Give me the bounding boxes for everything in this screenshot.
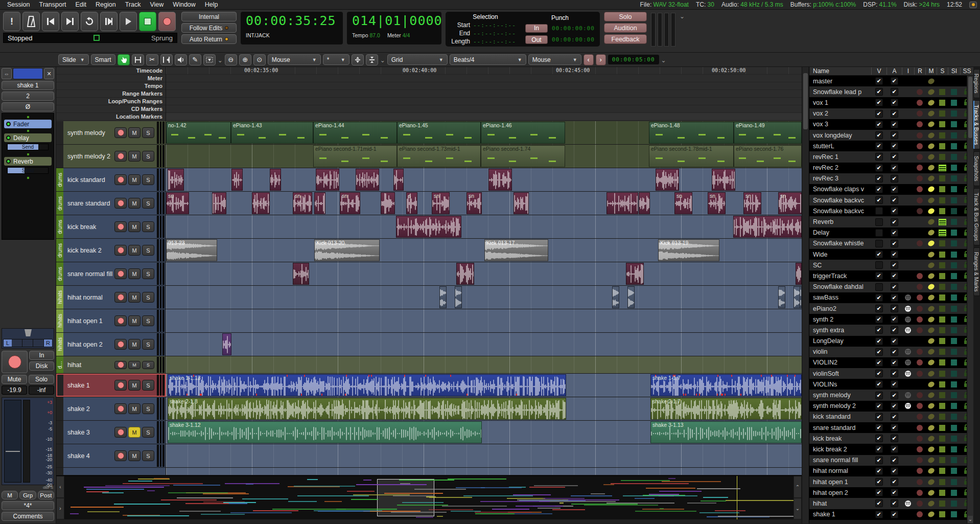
track-solo-button[interactable]: S [142,174,154,185]
visible-checkbox[interactable]: ✔ [871,175,886,183]
track-solo-button[interactable]: S [142,427,154,438]
track-solo-button[interactable]: S [142,151,154,162]
i-cell[interactable] [902,316,914,323]
midi-input-icon[interactable] [905,327,911,333]
strip-mute-button[interactable]: Mute [2,375,27,384]
track-list-row[interactable]: shake 1✔✔ [809,509,973,520]
active-checkbox[interactable]: ✔ [886,457,902,464]
shrink-tracks-button[interactable] [352,54,364,65]
active-checkbox[interactable]: ✔ [886,402,902,410]
track-list-row[interactable]: LongDelay✔✔ [809,336,973,347]
region[interactable] [252,192,270,214]
play-selection-button[interactable] [100,12,118,31]
active-checkbox[interactable]: ✔ [886,250,902,258]
solo-isolate-icon[interactable] [951,403,957,409]
track-record-button[interactable] [114,450,127,461]
visible-checkbox[interactable] [871,207,886,215]
si-cell[interactable] [948,425,960,431]
region-Kick-013-17[interactable]: Kick 013-17 [484,239,548,261]
region[interactable] [270,169,281,191]
m-cell[interactable] [925,306,937,311]
metering-position-button[interactable]: Post [38,491,54,499]
active-checkbox[interactable]: ✔ [886,229,902,237]
visible-checkbox[interactable]: ✔ [871,424,886,431]
visible-checkbox[interactable]: ✔ [871,370,886,377]
track-solo-button[interactable]: S [142,198,154,209]
region[interactable] [778,286,785,308]
record-icon[interactable] [917,457,923,463]
track-list-row[interactable]: synth extra✔✔ [809,325,973,335]
region[interactable] [712,169,735,191]
tab-tracks-busses[interactable]: Tracks & Busses [973,100,980,149]
m-cell[interactable] [925,338,937,344]
visible-checkbox[interactable] [871,229,886,237]
visible-checkbox[interactable]: ✔ [871,294,886,302]
track-list-name[interactable]: Snowflake whistle [809,240,871,247]
visible-checkbox[interactable]: ✔ [871,511,886,518]
mute-icon[interactable] [927,283,935,291]
ruler-lane-0[interactable]: 00:02:35:0000:02:40:0000:02:45:0000:02:5… [166,67,802,75]
region[interactable] [356,169,379,191]
region-ePiano-second-1.74[interactable]: ePiano second-1.74 [481,145,565,167]
ruler-lane-3[interactable] [166,90,802,98]
region[interactable] [639,192,650,214]
m-cell[interactable] [925,263,937,268]
track-mute-button[interactable]: M [128,427,141,438]
solo-icon[interactable] [939,306,945,312]
track-name[interactable]: hihat open 2 [63,341,114,348]
solo-isolate-icon[interactable] [951,284,957,290]
solo-icon[interactable] [939,359,945,366]
track-mute-button[interactable]: M [128,127,141,138]
region-shake-3-1.13[interactable]: shake 3-1.13 [650,421,802,443]
track-list-row[interactable]: revRec 2✔✔ [809,163,973,173]
track-list-name[interactable]: violin [809,348,871,355]
rulers[interactable]: TimecodeMeterTempoRange MarkersLoop/Punc… [56,67,802,121]
record-icon[interactable] [917,436,923,442]
visible-checkbox[interactable] [871,261,886,269]
tab-track-bus-groups[interactable]: Track & Bus Groups [973,188,980,245]
m-cell[interactable] [925,447,937,452]
si-cell[interactable] [948,381,960,388]
region-ePiano-1.43[interactable]: ePiano-1.43 [231,122,313,144]
region-shake-2-1.8[interactable]: shake 2-1.8 [168,398,566,420]
s-cell[interactable] [937,175,948,181]
mute-icon[interactable] [927,424,935,431]
track-name[interactable]: kick break 2 [63,247,114,254]
track-solo-button[interactable]: S [142,127,154,138]
ruler-lane-2[interactable] [166,82,802,90]
track-name[interactable]: hihat normal [63,294,114,301]
solo-icon[interactable] [939,338,945,344]
track-lane[interactable]: snsnsnssnsnsnsnsnsn [166,192,802,215]
visible-checkbox[interactable] [871,283,886,291]
toolbar-chevron[interactable]: ⌄ [661,56,666,64]
solo-isolate-icon[interactable] [951,208,957,214]
si-cell[interactable] [948,414,960,420]
mute-icon[interactable] [927,489,935,496]
s-cell[interactable] [937,500,948,507]
summary-overview[interactable] [64,476,794,519]
m-cell[interactable] [925,154,937,160]
track-header[interactable]: shake 2MS [56,397,166,420]
track-lane[interactable] [166,356,802,373]
track-list-name[interactable]: Snowflake backvc [809,197,871,204]
solo-isolate-icon[interactable] [951,316,957,323]
m-cell[interactable] [925,295,937,300]
r-cell[interactable] [914,349,925,355]
region[interactable] [439,286,447,308]
track-name[interactable]: hihat [63,361,114,369]
solo-isolate-icon[interactable] [951,175,957,181]
edit-mode-dropdown[interactable]: Slide▼ [58,54,89,65]
mute-icon[interactable] [927,110,935,118]
range-tool-button[interactable] [132,54,144,65]
track-list-name[interactable]: shake 1 [809,511,871,518]
record-icon[interactable] [917,511,923,517]
region-sn[interactable]: sn [708,192,726,214]
column-header-v[interactable]: V [871,67,886,75]
zoom-chevron[interactable]: ⌄ [380,56,385,64]
solo-isolate-icon[interactable] [951,240,957,246]
track-list-row[interactable]: violinSoft✔✔ [809,368,973,379]
mute-icon[interactable] [927,337,935,345]
solo-isolate-icon[interactable] [951,165,957,171]
mute-icon[interactable] [927,229,935,237]
m-cell[interactable] [925,252,937,257]
